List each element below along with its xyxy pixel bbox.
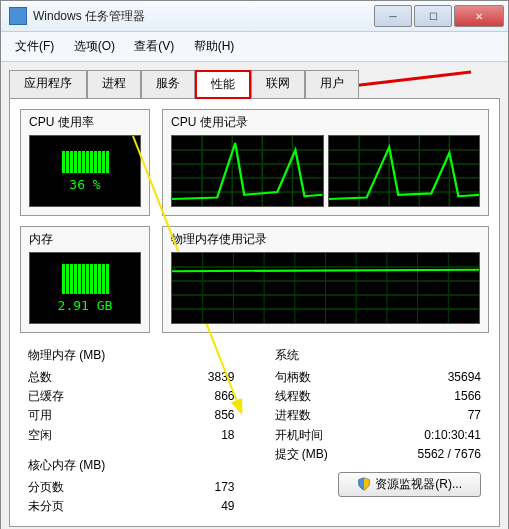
memory-gauge-chart: 2.91 GB (29, 252, 141, 324)
tabbar: 应用程序 进程 服务 性能 联网 用户 (9, 70, 500, 99)
phys-free-value: 18 (221, 426, 234, 445)
tab-processes[interactable]: 进程 (87, 70, 141, 99)
menu-view[interactable]: 查看(V) (126, 36, 182, 57)
task-manager-window: Windows 任务管理器 ─ ☐ ✕ 文件(F) 选项(O) 查看(V) 帮助… (0, 0, 509, 529)
phys-total-value: 3839 (208, 368, 235, 387)
tab-networking[interactable]: 联网 (251, 70, 305, 99)
minimize-button[interactable]: ─ (374, 5, 412, 27)
sys-uptime-value: 0:10:30:41 (424, 426, 481, 445)
menu-file[interactable]: 文件(F) (7, 36, 62, 57)
cpu-history: CPU 使用记录 (162, 109, 489, 216)
cpu-gauge: CPU 使用率 36 % (20, 109, 150, 216)
content-area: 应用程序 进程 服务 性能 联网 用户 CPU 使用率 36 % (1, 62, 508, 529)
shield-icon (357, 477, 371, 491)
menubar: 文件(F) 选项(O) 查看(V) 帮助(H) (1, 32, 508, 62)
memory-gauge-value: 2.91 GB (58, 298, 113, 313)
kernel-memory-header: 核心内存 (MB) (28, 457, 235, 474)
phys-cached-value: 866 (214, 387, 234, 406)
tab-applications[interactable]: 应用程序 (9, 70, 87, 99)
phys-avail-value: 856 (214, 406, 234, 425)
system-stats: 系统 句柄数35694 线程数1566 进程数77 开机时间0:10:30:41… (275, 347, 482, 516)
phys-total-label: 总数 (28, 368, 52, 387)
cpu-gauge-title: CPU 使用率 (29, 114, 141, 131)
sys-handles-label: 句柄数 (275, 368, 311, 387)
cpu-history-chart-2 (328, 135, 481, 207)
window-title: Windows 任务管理器 (33, 8, 374, 25)
sys-procs-label: 进程数 (275, 406, 311, 425)
memory-history: 物理内存使用记录 (162, 226, 489, 333)
menu-help[interactable]: 帮助(H) (186, 36, 243, 57)
maximize-button[interactable]: ☐ (414, 5, 452, 27)
cpu-history-title: CPU 使用记录 (171, 114, 480, 131)
tab-users[interactable]: 用户 (305, 70, 359, 99)
physical-memory-stats: 物理内存 (MB) 总数3839 已缓存866 可用856 空闲18 核心内存 … (28, 347, 235, 516)
sys-commit-label: 提交 (MB) (275, 445, 328, 464)
close-button[interactable]: ✕ (454, 5, 504, 27)
physical-memory-header: 物理内存 (MB) (28, 347, 235, 364)
performance-panel: CPU 使用率 36 % CPU 使用记录 (9, 98, 500, 527)
sys-handles-value: 35694 (448, 368, 481, 387)
phys-free-label: 空闲 (28, 426, 52, 445)
app-icon (9, 7, 27, 25)
kernel-nonpaged-value: 49 (221, 497, 234, 516)
memory-history-title: 物理内存使用记录 (171, 231, 480, 248)
sys-uptime-label: 开机时间 (275, 426, 323, 445)
menu-options[interactable]: 选项(O) (66, 36, 123, 57)
memory-history-chart (171, 252, 480, 324)
cpu-history-chart-1 (171, 135, 324, 207)
phys-cached-label: 已缓存 (28, 387, 64, 406)
phys-avail-label: 可用 (28, 406, 52, 425)
sys-commit-value: 5562 / 7676 (418, 445, 481, 464)
cpu-gauge-chart: 36 % (29, 135, 141, 207)
resource-monitor-label: 资源监视器(R)... (375, 476, 462, 493)
tab-performance[interactable]: 性能 (195, 70, 251, 99)
tab-services[interactable]: 服务 (141, 70, 195, 99)
resource-monitor-button[interactable]: 资源监视器(R)... (338, 472, 481, 497)
window-buttons: ─ ☐ ✕ (374, 5, 508, 27)
memory-gauge: 内存 2.91 GB (20, 226, 150, 333)
kernel-paged-label: 分页数 (28, 478, 64, 497)
titlebar: Windows 任务管理器 ─ ☐ ✕ (1, 1, 508, 32)
cpu-gauge-value: 36 % (69, 177, 100, 192)
kernel-paged-value: 173 (214, 478, 234, 497)
sys-threads-value: 1566 (454, 387, 481, 406)
system-header: 系统 (275, 347, 482, 364)
sys-procs-value: 77 (468, 406, 481, 425)
sys-threads-label: 线程数 (275, 387, 311, 406)
memory-gauge-title: 内存 (29, 231, 141, 248)
kernel-nonpaged-label: 未分页 (28, 497, 64, 516)
